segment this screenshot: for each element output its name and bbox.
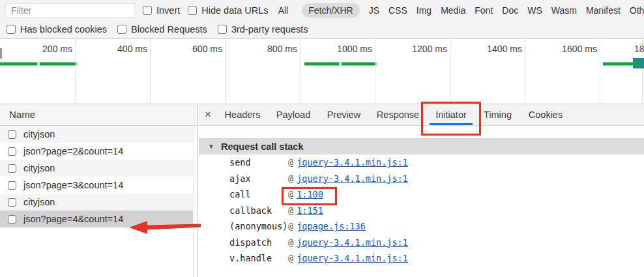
filter-type-css[interactable]: CSS — [388, 5, 407, 16]
frame-location-link[interactable]: jqpage.js:136 — [297, 221, 366, 231]
close-icon[interactable]: × — [199, 104, 217, 125]
scrollbar-gutter — [193, 104, 194, 277]
third-party-requests-checkbox[interactable] — [218, 25, 227, 34]
request-row-json-page4-selected[interactable]: json?page=4&count=14 — [0, 211, 194, 227]
request-checkbox[interactable] — [8, 147, 16, 156]
frame-location-link[interactable]: jquery-3.4.1.min.js:1 — [297, 253, 408, 263]
request-checkbox[interactable] — [8, 130, 16, 139]
tick-label-1800ms: 1800 ms — [634, 44, 644, 54]
tab-initiator-active[interactable]: Initiator — [427, 104, 475, 125]
filter-type-doc[interactable]: Doc — [502, 5, 518, 16]
request-checkbox[interactable] — [8, 198, 16, 207]
gridline-200ms — [75, 39, 76, 104]
filter-type-manifest[interactable]: Manifest — [586, 5, 621, 16]
filter-type-fetch-xhr-active[interactable]: Fetch/XHR — [302, 3, 359, 18]
blocked-requests-checkbox[interactable] — [117, 25, 126, 34]
name-column-header[interactable]: Name — [0, 104, 198, 126]
activity-bar — [40, 62, 76, 66]
details-tabbar: × Headers Payload Preview Response Initi… — [199, 104, 644, 126]
frame-function: callback — [229, 205, 288, 216]
request-name: json?page=3&count=14 — [23, 180, 123, 190]
request-call-stack-section-header[interactable]: ▼ Request call stack — [199, 138, 644, 154]
request-checkbox[interactable] — [8, 215, 16, 224]
tab-payload[interactable]: Payload — [268, 104, 319, 125]
activity-tick — [38, 62, 39, 66]
has-blocked-cookies-checkbox[interactable] — [7, 25, 16, 34]
tick-label-1000ms: 1000 ms — [325, 44, 372, 54]
frame-function: send — [229, 157, 288, 168]
filter-row-primary: Invert Hide data URLs All Fetch/XHR JS C… — [0, 0, 644, 20]
frame-function: call — [229, 189, 288, 199]
request-row-json-page3[interactable]: json?page=3&count=14 — [0, 177, 194, 194]
frame-location-link[interactable]: 1:151 — [297, 205, 323, 216]
activity-bar — [0, 62, 37, 66]
frame-function: dispatch — [229, 237, 288, 248]
invert-checkbox[interactable] — [143, 6, 152, 15]
request-name: json?page=2&count=14 — [23, 146, 123, 156]
network-overview-timeline[interactable]: 200 ms 400 ms 600 ms 800 ms 1000 ms 1200… — [0, 39, 644, 104]
tick-label-800ms: 800 ms — [250, 44, 297, 54]
filter-type-ws[interactable]: WS — [527, 5, 542, 16]
tick-label-1400ms: 1400 ms — [475, 44, 522, 54]
request-row-json-page2[interactable]: json?page=2&count=14 — [0, 143, 194, 160]
filter-type-all[interactable]: All — [275, 3, 292, 18]
tick-label-1200ms: 1200 ms — [400, 44, 447, 54]
frame-function: (anonymous) — [229, 221, 288, 231]
call-stack-list: send @ jquery-3.4.1.min.js:1 ajax @ jque… — [199, 154, 644, 267]
frame-function: ajax — [229, 173, 288, 184]
at-symbol: @ — [288, 237, 293, 248]
stack-frame-ajax: ajax @ jquery-3.4.1.min.js:1 — [199, 171, 644, 187]
tab-label: Payload — [276, 109, 310, 120]
hide-data-urls-label: Hide data URLs — [201, 5, 268, 16]
stack-frame-vhandle: v.handle @ jquery-3.4.1.min.js:1 — [199, 250, 644, 267]
stack-frame-send: send @ jquery-3.4.1.min.js:1 — [199, 154, 644, 171]
request-row-cityjson-2[interactable]: cityjson — [0, 160, 194, 177]
chevron-down-icon: ▼ — [208, 143, 214, 150]
filter-type-wasm[interactable]: Wasm — [551, 5, 577, 16]
filter-type-img[interactable]: Img — [417, 5, 432, 16]
stack-frame-call: call @ 1:100 — [199, 186, 644, 203]
activity-bar — [304, 62, 339, 66]
at-symbol: @ — [288, 173, 293, 184]
invert-label: Invert — [156, 5, 180, 16]
frame-location-link[interactable]: jquery-3.4.1.min.js:1 — [297, 173, 408, 184]
tab-label: Preview — [327, 109, 361, 120]
third-party-requests-label: 3rd-party requests — [231, 24, 308, 35]
request-row-cityjson-3[interactable]: cityjson — [0, 194, 194, 211]
at-symbol: @ — [288, 253, 293, 263]
frame-location-link[interactable]: jquery-3.4.1.min.js:1 — [297, 237, 408, 248]
blocked-requests-label: Blocked Requests — [131, 24, 207, 35]
tab-timing[interactable]: Timing — [475, 104, 520, 125]
tab-headers[interactable]: Headers — [217, 104, 268, 125]
at-symbol: @ — [288, 157, 293, 168]
tab-preview[interactable]: Preview — [319, 104, 369, 125]
at-symbol: @ — [288, 205, 293, 216]
filter-type-other[interactable]: Other — [630, 5, 644, 16]
tick-label-200ms: 200 ms — [25, 44, 72, 54]
request-name: cityjson — [23, 129, 55, 139]
selected-request-marker[interactable] — [633, 58, 644, 68]
request-name: cityjson — [23, 197, 55, 207]
gridline-1400ms — [525, 39, 525, 104]
gridline-600ms — [225, 39, 226, 104]
filter-type-js[interactable]: JS — [369, 5, 379, 16]
request-checkbox[interactable] — [8, 164, 16, 173]
tick-label-400ms: 400 ms — [100, 44, 147, 54]
activity-bar — [603, 62, 633, 66]
frame-location-link[interactable]: 1:100 — [297, 189, 323, 199]
request-row-cityjson-1[interactable]: cityjson — [0, 126, 194, 143]
request-checkbox[interactable] — [8, 181, 16, 190]
tab-cookies[interactable]: Cookies — [520, 104, 571, 125]
filter-type-font[interactable]: Font — [475, 5, 493, 16]
filter-type-media[interactable]: Media — [441, 5, 465, 16]
filter-input[interactable] — [5, 3, 135, 18]
stack-frame-dispatch: dispatch @ jquery-3.4.1.min.js:1 — [199, 235, 644, 251]
activity-tick — [76, 62, 78, 66]
overview-drag-notch[interactable] — [0, 48, 2, 59]
tab-label: Cookies — [529, 109, 563, 120]
frame-location-link[interactable]: jquery-3.4.1.min.js:1 — [297, 157, 408, 168]
hide-data-urls-checkbox[interactable] — [188, 6, 197, 15]
request-details-panel: × Headers Payload Preview Response Initi… — [199, 104, 644, 277]
tab-response[interactable]: Response — [369, 104, 427, 125]
devtools-network-panel: Invert Hide data URLs All Fetch/XHR JS C… — [0, 0, 644, 277]
